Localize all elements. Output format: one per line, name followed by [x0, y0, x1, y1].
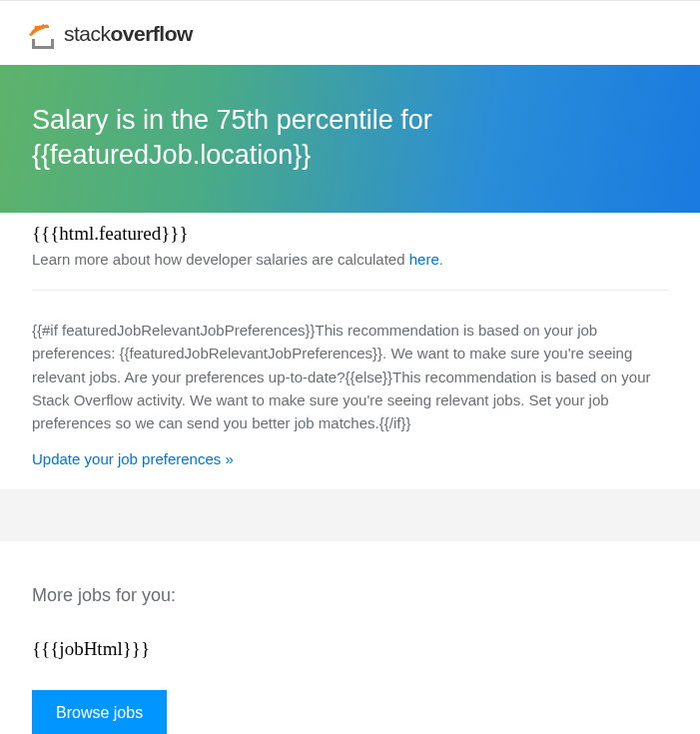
- logo-text-light: stack: [64, 22, 111, 45]
- browse-jobs-button[interactable]: Browse jobs: [32, 690, 167, 734]
- logo-text-bold: overflow: [111, 22, 193, 45]
- learn-more-link[interactable]: here: [409, 251, 439, 268]
- job-html-placeholder: {{{jobHtml}}}: [32, 638, 668, 660]
- hero-title: Salary is in the 75th percentile for {{f…: [32, 103, 668, 173]
- recommendation-text: {{#if featuredJobRelevantJobPreferences}…: [32, 319, 668, 434]
- divider: [32, 290, 668, 291]
- email-container: stackoverflow Salary is in the 75th perc…: [0, 0, 700, 489]
- more-jobs-section: More jobs for you: {{{jobHtml}}} Browse …: [0, 541, 700, 734]
- content-section: {{{html.featured}}} Learn more about how…: [0, 213, 700, 489]
- update-preferences-link[interactable]: Update your job preferences »: [32, 450, 234, 467]
- featured-html-placeholder: {{{html.featured}}}: [32, 223, 668, 245]
- stackoverflow-logo-text: stackoverflow: [64, 22, 193, 46]
- stackoverflow-logo-icon: [32, 19, 58, 49]
- learn-more-prefix: Learn more about how developer salaries …: [32, 251, 409, 268]
- learn-more-text: Learn more about how developer salaries …: [32, 251, 668, 268]
- logo-section: stackoverflow: [0, 1, 700, 65]
- section-gap: [0, 489, 700, 541]
- hero-banner: Salary is in the 75th percentile for {{f…: [0, 65, 700, 213]
- learn-more-suffix: .: [439, 251, 443, 268]
- more-jobs-title: More jobs for you:: [32, 585, 668, 606]
